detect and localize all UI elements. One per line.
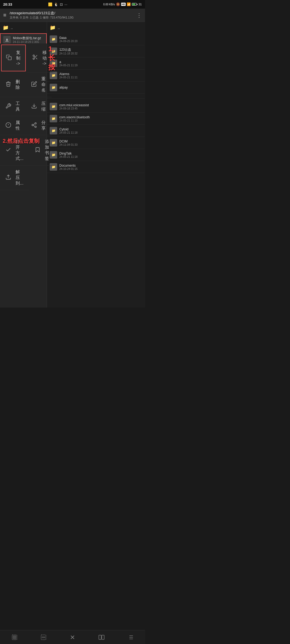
menu-button[interactable]: ≡ bbox=[3, 12, 6, 18]
context-row-4: 属性 分享 bbox=[0, 116, 47, 135]
path-info: 文件夹: 0 文件: 1 已选: 1 储存: 715.47G/941.13G bbox=[10, 16, 133, 20]
signal-icon: 📶 bbox=[127, 2, 131, 6]
folder-com-xiaomi-bluetooth[interactable]: 📁 com.xiaomi.bluetooth 24-05-21 11:10 bbox=[47, 113, 145, 125]
folder-123yunpan[interactable]: 📁 123云盘 24-11-18 20:32 bbox=[47, 45, 145, 57]
copy-icon bbox=[6, 54, 12, 62]
scissors-icon bbox=[32, 54, 38, 61]
status-right: 0.00 KB/s 🔕 HD 📶 31 bbox=[103, 2, 142, 6]
notif-icon-3: ⊡ bbox=[60, 2, 63, 6]
folder-name-documents: Documents bbox=[59, 164, 142, 167]
svg-rect-1 bbox=[8, 57, 11, 60]
folder-info-dcim: DCIM 24-11-04 01:33 bbox=[59, 140, 142, 146]
notif-dots: ··· bbox=[64, 2, 67, 6]
folder-meta-voiceassist: 24-09-18 23:45 bbox=[59, 107, 142, 110]
menu-copy[interactable]: 复制 -> bbox=[1, 45, 26, 71]
menu-empty-slot bbox=[29, 166, 47, 190]
folder-name-a: a bbox=[59, 60, 142, 64]
folder-meta-alarms: 24-05-21 11:11 bbox=[59, 76, 142, 79]
folder-meta-dcim: 24-11-04 01:33 bbox=[59, 143, 142, 146]
wrench-icon bbox=[5, 103, 11, 110]
context-row-3: 工具 压缩 bbox=[0, 97, 47, 116]
svg-line-14 bbox=[33, 125, 35, 126]
folder-meta-123yunpan: 24-11-18 20:32 bbox=[59, 52, 142, 55]
folder-dcim[interactable]: 📁 DCIM 24-11-04 01:33 bbox=[47, 137, 145, 149]
menu-move[interactable]: 移动 -> bbox=[27, 43, 53, 72]
folder-0aaa[interactable]: 📁 0aaa 24-09-25 20:20 bbox=[47, 33, 145, 45]
context-row-6: 解压到... bbox=[0, 166, 47, 190]
folder-name-123yunpan: 123云盘 bbox=[59, 47, 142, 52]
menu-delete[interactable]: 删除 bbox=[0, 72, 26, 97]
compress-icon bbox=[31, 103, 37, 110]
menu-open-with[interactable]: 打开方式... bbox=[0, 135, 29, 166]
menu-compress[interactable]: 压缩 bbox=[26, 97, 52, 116]
status-time: 20:33 bbox=[3, 2, 12, 6]
move-label: 移动 -> bbox=[42, 50, 47, 66]
mute-icon: 🔕 bbox=[116, 2, 120, 6]
folder-meta-dingtalk: 24-05-21 11:18 bbox=[59, 155, 142, 158]
folder-meta-cytoid: 24-05-21 11:18 bbox=[59, 131, 142, 134]
right-parent-dir[interactable]: 📁 .. bbox=[47, 22, 145, 33]
menu-share[interactable]: 分享 bbox=[26, 116, 52, 135]
open-with-label: 打开方式... bbox=[16, 139, 24, 162]
folder-info-alipay: alipay bbox=[59, 86, 142, 89]
hd-icon: HD bbox=[121, 3, 126, 6]
more-button[interactable]: ⋮ bbox=[136, 12, 142, 19]
folder-info-0aaa: 0aaa 24-09-25 20:20 bbox=[59, 36, 142, 43]
folder-name-alarms: Alarms bbox=[59, 72, 142, 76]
folder-dingtalk[interactable]: 📁 DingTalk 24-05-21 11:18 bbox=[47, 149, 145, 161]
folder-com-miui-voiceassist[interactable]: 📁 com.miui.voiceassist 24-09-18 23:45 bbox=[47, 101, 145, 113]
folder-icon-0aaa: 📁 bbox=[50, 35, 57, 43]
check-icon bbox=[5, 147, 11, 154]
left-parent-dir[interactable]: 📁 .. bbox=[0, 22, 47, 33]
parent-dir-text: .. bbox=[11, 25, 13, 30]
folder-name-dingtalk: DingTalk bbox=[59, 152, 142, 155]
bookmark-icon bbox=[35, 147, 41, 154]
folder-meta-bluetooth: 24-05-21 11:10 bbox=[59, 119, 142, 122]
battery-level: 31 bbox=[139, 3, 142, 6]
bookmark-label: 添加书签 bbox=[45, 139, 50, 162]
folder-icon: 📁 bbox=[3, 25, 9, 31]
svg-point-3 bbox=[33, 58, 35, 60]
right-parent-folder-icon: 📁 bbox=[50, 25, 56, 31]
folder-info-123yunpan: 123云盘 24-11-18 20:32 bbox=[59, 47, 142, 55]
folder-documents[interactable]: 📁 Documents 24-10-24 01:15 bbox=[47, 161, 145, 173]
right-panel: 📁 .. 📁 0aaa 24-09-25 20:20 📁 123云盘 24-11… bbox=[47, 22, 145, 308]
folder-info-a: a 24-05-21 11:19 bbox=[59, 60, 142, 67]
folder-name-bluetooth: com.xiaomi.bluetooth bbox=[59, 115, 142, 119]
current-path: /storage/emulated/0/123云盘/ bbox=[10, 11, 133, 16]
folder-info-cytoid: Cytoid 24-05-21 11:18 bbox=[59, 127, 142, 134]
folder-alarms[interactable]: 📁 Alarms 24-05-21 11:11 bbox=[47, 69, 145, 82]
file-download-icon bbox=[3, 36, 11, 43]
folder-alipay[interactable]: 📁 alipay bbox=[47, 82, 145, 94]
pencil-icon bbox=[31, 81, 37, 88]
menu-rename[interactable]: 重命名 bbox=[26, 72, 52, 97]
folder-cytoid[interactable]: 📁 Cytoid 24-05-21 11:18 bbox=[47, 125, 145, 137]
svg-line-5 bbox=[36, 58, 37, 59]
svg-point-11 bbox=[35, 122, 37, 124]
main-content: 📁 .. Mobox数据包.tar.gz 24-11-14 18:29 2.30… bbox=[0, 22, 145, 308]
folder-info-alarms: Alarms 24-05-21 11:11 bbox=[59, 72, 142, 79]
copy-label: 复制 -> bbox=[16, 50, 21, 66]
menu-tools[interactable]: 工具 bbox=[0, 97, 26, 116]
trash-icon bbox=[5, 81, 11, 88]
folder-name-alipay: alipay bbox=[59, 86, 142, 89]
extract-icon bbox=[5, 174, 11, 181]
menu-properties[interactable]: 属性 bbox=[0, 116, 26, 135]
svg-point-13 bbox=[35, 126, 37, 127]
extract-label: 解压到... bbox=[16, 169, 24, 186]
folder-meta-a: 24-05-21 11:19 bbox=[59, 64, 142, 67]
context-row-2: 删除 重命名 bbox=[0, 72, 47, 97]
folder-a[interactable]: 📁 a 24-05-21 11:19 bbox=[47, 57, 145, 69]
menu-extract[interactable]: 解压到... bbox=[0, 166, 29, 190]
status-bar: 20:33 🟨 🐧 ⊡ ··· 0.00 KB/s 🔕 HD 📶 31 bbox=[0, 0, 145, 9]
delete-label: 删除 bbox=[16, 79, 20, 90]
folder-name-voiceassist: com.miui.voiceassist bbox=[59, 103, 142, 107]
folder-meta-0aaa: 24-09-25 20:20 bbox=[59, 40, 142, 43]
share-label: 分享 bbox=[41, 120, 46, 131]
menu-bookmark[interactable]: 添加书签 bbox=[29, 135, 55, 166]
folder-name-dcim: DCIM bbox=[59, 140, 142, 143]
folder-info-bluetooth: com.xiaomi.bluetooth 24-05-21 11:10 bbox=[59, 115, 142, 122]
notif-icon-2: 🐧 bbox=[54, 2, 58, 6]
battery-icon bbox=[132, 3, 137, 6]
info-icon bbox=[5, 122, 11, 129]
